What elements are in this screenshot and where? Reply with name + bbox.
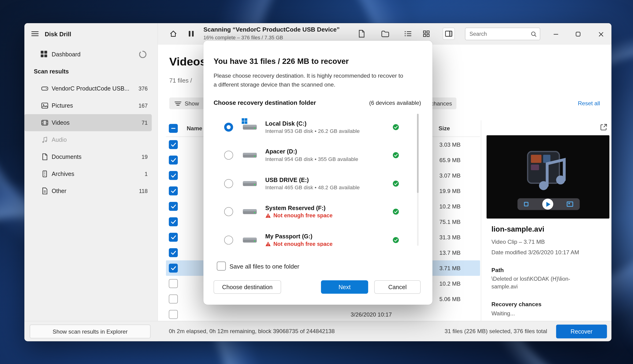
drive-name: USB DRIVE (E:) bbox=[265, 176, 360, 183]
row-checkbox-checked[interactable] bbox=[169, 202, 178, 211]
row-checkbox-checked[interactable] bbox=[169, 217, 178, 226]
list-view-button[interactable] bbox=[402, 28, 414, 40]
row-checkbox-checked[interactable] bbox=[169, 264, 178, 272]
drive-ok-icon bbox=[392, 236, 399, 244]
drive-option-apacer-d[interactable]: Apacer (D:) Internal 954 GB disk • 355 G… bbox=[214, 141, 421, 169]
recovery-chances-value: Waiting... bbox=[492, 310, 515, 316]
row-checkbox-checked[interactable] bbox=[169, 233, 178, 242]
scan-results-heading: Scan results bbox=[34, 68, 69, 75]
drive-option-my-passport-g[interactable]: My Passport (G:) Not enough free space bbox=[214, 226, 421, 246]
image-view-icon[interactable] bbox=[567, 202, 573, 207]
play-button[interactable] bbox=[542, 198, 553, 210]
drive-option-usb-drive-e[interactable]: USB DRIVE (E:) Internal 465 GB disk • 48… bbox=[214, 169, 421, 198]
film-music-art-icon bbox=[524, 148, 571, 195]
row-checkbox-unchecked[interactable] bbox=[169, 310, 178, 319]
drive-ok-icon bbox=[392, 180, 399, 187]
row-checkbox-checked[interactable] bbox=[169, 186, 178, 195]
session-file-button[interactable] bbox=[356, 28, 368, 40]
drive-option-local-disk-c[interactable]: Local Disk (C:) Internal 953 GB disk • 2… bbox=[214, 113, 421, 141]
home-button[interactable] bbox=[167, 28, 179, 40]
open-folder-button[interactable] bbox=[379, 28, 391, 40]
save-all-row[interactable]: Save all files to one folder bbox=[217, 262, 299, 270]
maximize-icon bbox=[576, 32, 580, 36]
sidebar-item-badge: 376 bbox=[138, 86, 148, 92]
videos-icon bbox=[41, 119, 48, 126]
drive-text: Local Disk (C:) Internal 953 GB disk • 2… bbox=[265, 120, 360, 134]
drive-ok-icon bbox=[392, 123, 399, 130]
video-thumbnail bbox=[487, 135, 609, 218]
close-button[interactable] bbox=[595, 28, 607, 40]
row-checkbox-unchecked[interactable] bbox=[169, 294, 178, 304]
sidebar-item-badge: 19 bbox=[141, 154, 148, 160]
sidebar-item-other[interactable]: Other 118 bbox=[24, 182, 152, 200]
radio-unselected[interactable] bbox=[224, 236, 233, 244]
drive-icon bbox=[243, 151, 257, 159]
recovery-destination-dialog: You have 31 files / 226 MB to recover Pl… bbox=[203, 41, 433, 305]
grid-view-button[interactable] bbox=[420, 28, 433, 40]
destination-folder-label: Choose recovery destination folder bbox=[214, 99, 316, 106]
media-controls bbox=[518, 198, 580, 210]
sidebar-item-vendorc-usb[interactable]: VendorC ProductCode USB... 376 bbox=[24, 80, 152, 97]
row-checkbox-unchecked[interactable] bbox=[169, 279, 178, 288]
file-size: 75.1 MB bbox=[439, 214, 461, 230]
sidebar-item-audio[interactable]: Audio bbox=[24, 131, 152, 148]
row-checkbox-checked[interactable] bbox=[169, 156, 178, 164]
minimize-button[interactable] bbox=[550, 28, 562, 40]
drive-warning-text: Not enough free space bbox=[273, 213, 333, 219]
pause-button[interactable] bbox=[185, 28, 197, 40]
row-checkbox-checked[interactable] bbox=[169, 171, 178, 180]
file-size: 5.06 MB bbox=[439, 291, 461, 307]
maximize-button[interactable] bbox=[572, 28, 584, 40]
recovery-chances-label: Recovery chances bbox=[492, 301, 542, 308]
drive-detail: Internal 953 GB disk • 26.2 GB available bbox=[265, 128, 360, 134]
preview-pane-button[interactable] bbox=[443, 28, 455, 40]
sidebar-item-videos[interactable]: Videos 71 bbox=[24, 114, 152, 131]
column-header-size[interactable]: Size bbox=[439, 120, 450, 136]
search-input[interactable] bbox=[465, 28, 540, 40]
show-filter-button[interactable]: Show bbox=[169, 98, 204, 109]
file-row[interactable]: 3/26/2020 10:17 bbox=[166, 307, 480, 321]
drive-option-system-reserved-f[interactable]: System Reserved (F:) Not enough free spa… bbox=[214, 198, 421, 226]
recover-button[interactable]: Recover bbox=[556, 324, 607, 338]
choose-destination-button[interactable]: Choose destination bbox=[214, 280, 281, 294]
sidebar-item-archives[interactable]: Archives 1 bbox=[24, 166, 152, 182]
radio-unselected[interactable] bbox=[224, 179, 233, 188]
column-header-name[interactable]: Name bbox=[187, 120, 202, 136]
radio-selected[interactable] bbox=[224, 122, 233, 132]
sidebar-item-pictures[interactable]: Pictures 167 bbox=[24, 97, 152, 114]
row-checkbox-checked[interactable] bbox=[169, 248, 178, 257]
audio-icon bbox=[41, 136, 48, 144]
radio-unselected[interactable] bbox=[224, 151, 233, 160]
sidebar-item-label: Videos bbox=[52, 120, 70, 126]
cancel-button[interactable]: Cancel bbox=[374, 280, 421, 294]
save-all-checkbox[interactable] bbox=[217, 262, 226, 270]
next-button[interactable]: Next bbox=[321, 280, 368, 294]
save-all-label: Save all files to one folder bbox=[229, 263, 299, 270]
row-checkbox-checked[interactable] bbox=[169, 140, 178, 149]
warning-icon bbox=[265, 213, 271, 218]
drive-icon bbox=[243, 236, 257, 244]
file-date: 3/26/2020 10:17 bbox=[351, 307, 392, 321]
menu-button[interactable] bbox=[29, 28, 41, 40]
screen: Disk Drill Dashboard Scan results Vendor… bbox=[0, 0, 633, 364]
file-size: 3.03 MB bbox=[439, 137, 461, 152]
windows-logo-icon bbox=[242, 118, 247, 126]
checkmark-icon bbox=[170, 250, 176, 255]
sidebar-header: Disk Drill bbox=[29, 26, 71, 42]
drive-text: System Reserved (F:) Not enough free spa… bbox=[265, 205, 332, 219]
stop-icon[interactable] bbox=[524, 202, 529, 206]
show-in-explorer-button[interactable]: Show scan results in Explorer bbox=[30, 324, 151, 338]
scrollbar-thumb[interactable] bbox=[417, 114, 419, 193]
drive-name: Apacer (D:) bbox=[265, 148, 358, 155]
open-external-button[interactable] bbox=[599, 122, 609, 132]
sidebar-item-dashboard[interactable]: Dashboard bbox=[24, 47, 157, 62]
pause-icon bbox=[188, 30, 194, 38]
close-icon bbox=[598, 32, 604, 37]
checkmark-icon bbox=[170, 235, 176, 240]
sidebar-item-badge: 71 bbox=[141, 120, 148, 126]
sidebar-item-documents[interactable]: Documents 19 bbox=[24, 148, 152, 166]
select-all-checkbox[interactable] bbox=[169, 124, 178, 133]
scan-title: Scanning “VendorC ProductCode USB Device… bbox=[203, 26, 340, 33]
radio-unselected[interactable] bbox=[224, 207, 233, 216]
checkmark-icon bbox=[170, 266, 176, 270]
